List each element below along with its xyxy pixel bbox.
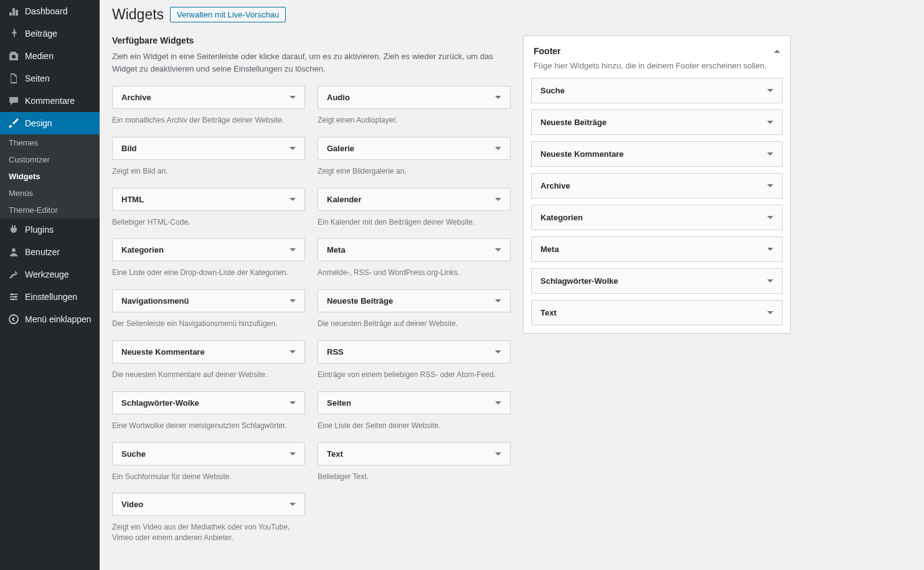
svg-point-3 (9, 315, 18, 324)
area-widget-item[interactable]: Schlagwörter-Wolke (531, 268, 783, 294)
available-widget-handle[interactable]: Archive (112, 86, 305, 109)
available-widget-handle[interactable]: Navigationsmenü (112, 289, 305, 312)
manage-live-preview-button[interactable]: Verwalten mit Live-Vorschau (170, 7, 286, 22)
chevron-down-icon (495, 198, 501, 201)
chevron-down-icon (290, 147, 296, 150)
area-widget-item[interactable]: Archive (531, 173, 783, 199)
available-widget-desc: Eine Liste oder eine Drop-down-Liste der… (112, 268, 305, 278)
chevron-down-icon (290, 452, 296, 456)
area-widget-item[interactable]: Neueste Kommentare (531, 141, 783, 167)
available-widget: GalerieZeigt eine Bildergalerie an. (318, 137, 511, 177)
area-widget-title: Kategorien (540, 213, 583, 222)
chevron-down-icon (767, 152, 773, 156)
available-widget: KategorienEine Liste oder eine Drop-down… (112, 238, 305, 278)
available-widget-desc: Zeigt einen Audioplayer. (318, 115, 511, 126)
area-widget-item[interactable]: Meta (531, 236, 783, 262)
area-widget-item[interactable]: Neueste Beiträge (531, 110, 783, 135)
chevron-down-icon (767, 184, 773, 187)
available-widget-title: Galerie (327, 144, 354, 153)
sidebar-subitem-themes[interactable]: Themes (0, 134, 100, 151)
available-widget-desc: Eine Wortwolke deiner meistgenutzten Sch… (112, 421, 305, 431)
available-widget-handle[interactable]: RSS (318, 340, 511, 363)
area-widget-title: Neueste Kommentare (540, 149, 624, 159)
available-widget-handle[interactable]: Neueste Beiträge (318, 289, 511, 312)
pin-icon (7, 27, 20, 40)
sidebar-subitem-menüs[interactable]: Menüs (0, 185, 100, 202)
area-widget-item[interactable]: Kategorien (531, 205, 783, 230)
sidebar-item-werkzeuge[interactable]: Werkzeuge (0, 263, 100, 286)
sidebar-item-einstellungen[interactable]: Einstellungen (0, 286, 100, 308)
sidebar-subitem-widgets[interactable]: Widgets (0, 168, 100, 185)
chevron-down-icon (495, 147, 501, 150)
available-widget: BildZeigt ein Bild an. (112, 137, 305, 177)
available-widget-handle[interactable]: Video (112, 493, 305, 516)
available-widget-title: Seiten (327, 398, 351, 408)
available-widget-title: Text (327, 449, 343, 459)
chevron-down-icon (495, 299, 501, 302)
available-widget-desc: Die neuesten Beiträge auf deiner Website… (318, 319, 511, 329)
sidebar-item-dashboard[interactable]: Dashboard (0, 0, 100, 22)
collapse-icon (7, 313, 20, 325)
available-widget-desc: Zeigt eine Bildergalerie an. (318, 166, 511, 177)
sidebar-item-label: Kommentare (25, 96, 75, 106)
chevron-down-icon (767, 279, 773, 283)
available-widget-title: Video (121, 500, 143, 509)
available-widget-title: Bild (121, 144, 137, 153)
sidebar-subitem-theme-editor[interactable]: Theme-Editor (0, 202, 100, 218)
available-widget-handle[interactable]: HTML (112, 188, 305, 211)
chevron-down-icon (767, 216, 773, 219)
sidebar-item-label: Benutzer (25, 247, 60, 257)
chevron-down-icon (290, 401, 296, 404)
sidebar-item-design[interactable]: Design (0, 112, 100, 134)
available-widget-handle[interactable]: Seiten (318, 391, 511, 414)
available-widget: NavigationsmenüDer Seitenleiste ein Navi… (112, 289, 305, 329)
sidebar-item-kommentare[interactable]: Kommentare (0, 90, 100, 112)
sidebar-item-label: Einstellungen (25, 292, 77, 302)
available-widget-title: RSS (327, 347, 344, 357)
available-widget-handle[interactable]: Neueste Kommentare (112, 340, 305, 363)
sidebar-item-label: Plugins (25, 225, 54, 235)
available-widget-title: Navigationsmenü (121, 296, 189, 306)
available-widget-handle[interactable]: Schlagwörter-Wolke (112, 391, 305, 414)
available-widget: SucheEin Suchformular für deine Website. (112, 442, 305, 482)
available-widget-desc: Ein Kalender mit den Beiträgen deiner We… (318, 217, 511, 228)
available-widget: MetaAnmelde-, RSS- und WordPress.org-Lin… (318, 238, 511, 278)
chevron-up-icon (774, 50, 780, 53)
available-widget-title: Suche (121, 449, 146, 459)
area-widget-item[interactable]: Text (531, 300, 783, 325)
available-widget-handle[interactable]: Kategorien (112, 238, 305, 261)
brush-icon (7, 117, 20, 129)
sidebar-item-beiträge[interactable]: Beiträge (0, 22, 100, 45)
sidebar-item-benutzer[interactable]: Benutzer (0, 241, 100, 263)
sidebar-item-menü-einklappen[interactable]: Menü einklappen (0, 308, 100, 330)
available-widget-handle[interactable]: Text (318, 442, 511, 465)
available-widget-title: Neueste Kommentare (121, 347, 205, 357)
area-widget-title: Suche (540, 86, 565, 95)
sidebar-item-seiten[interactable]: Seiten (0, 67, 100, 90)
sidebar-item-plugins[interactable]: Plugins (0, 218, 100, 241)
available-widget-desc: Die neuesten Kommentare auf deiner Websi… (112, 370, 305, 380)
users-icon (7, 246, 20, 258)
page-header: Widgets Verwalten mit Live-Vorschau (112, 6, 912, 23)
pages-icon (7, 72, 20, 85)
available-widget-handle[interactable]: Kalender (318, 188, 511, 211)
sidebar-item-label: Dashboard (25, 6, 68, 16)
available-widget-title: Kategorien (121, 245, 164, 255)
area-widget-item[interactable]: Suche (531, 78, 783, 103)
available-widget-handle[interactable]: Galerie (318, 137, 511, 160)
chevron-down-icon (767, 311, 773, 314)
widget-area-footer: Footer Füge hier Widgets hinzu, die in d… (523, 35, 791, 334)
available-widget-handle[interactable]: Audio (318, 86, 511, 109)
available-widget: ArchiveEin monatliches Archiv der Beiträ… (112, 86, 305, 126)
sidebar-item-medien[interactable]: Medien (0, 45, 100, 67)
chevron-down-icon (495, 350, 501, 353)
available-widget-handle[interactable]: Bild (112, 137, 305, 160)
chevron-down-icon (767, 121, 773, 124)
available-widget-desc: Ein Suchformular für deine Website. (112, 472, 305, 482)
available-widget-handle[interactable]: Meta (318, 238, 511, 261)
sidebar-subitem-customizer[interactable]: Customizer (0, 151, 100, 168)
available-widget: HTMLBeliebiger HTML-Code. (112, 188, 305, 228)
widget-area-header[interactable]: Footer (531, 44, 783, 61)
available-widget-desc: Beliebiger Text. (318, 472, 511, 482)
available-widget-handle[interactable]: Suche (112, 442, 305, 465)
